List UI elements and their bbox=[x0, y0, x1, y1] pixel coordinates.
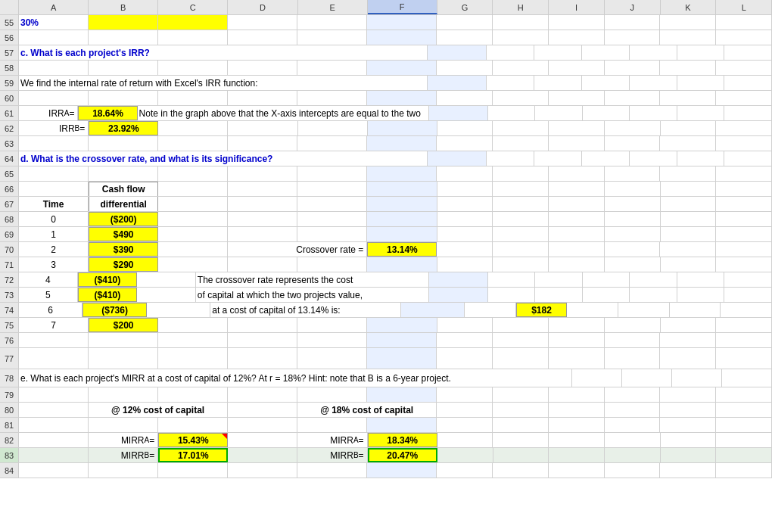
cell-74-k[interactable] bbox=[670, 303, 721, 317]
cell-84-d[interactable] bbox=[228, 463, 297, 478]
cell-75-c[interactable] bbox=[158, 318, 228, 332]
cell-63-l[interactable] bbox=[716, 136, 772, 151]
cell-58-a[interactable] bbox=[19, 61, 89, 75]
cell-80-b[interactable]: @ 12% cost of capital bbox=[89, 403, 228, 417]
cell-80-d[interactable] bbox=[228, 403, 297, 417]
cell-59-l[interactable] bbox=[724, 76, 772, 90]
cell-68-k[interactable] bbox=[661, 212, 717, 226]
cell-55-b[interactable] bbox=[89, 15, 158, 30]
cell-84-g[interactable] bbox=[437, 463, 493, 478]
cell-82-d[interactable] bbox=[228, 433, 297, 447]
cell-70-h[interactable] bbox=[493, 242, 549, 257]
cell-55-a[interactable]: 30% bbox=[19, 15, 89, 30]
cell-82-a[interactable] bbox=[19, 433, 89, 447]
cell-72-g[interactable] bbox=[488, 272, 536, 287]
cell-73-l[interactable] bbox=[724, 288, 772, 302]
cell-65-b[interactable] bbox=[89, 166, 158, 181]
cell-60-k[interactable] bbox=[660, 91, 716, 105]
cell-81-g[interactable] bbox=[437, 418, 493, 432]
cell-63-d[interactable] bbox=[228, 136, 297, 151]
cell-69-l[interactable] bbox=[716, 227, 772, 241]
cell-59-i[interactable] bbox=[582, 76, 630, 90]
cell-84-l[interactable] bbox=[716, 463, 772, 478]
cell-67-f[interactable] bbox=[367, 197, 437, 211]
col-header-i[interactable]: I bbox=[549, 0, 605, 14]
cell-62-f[interactable] bbox=[368, 121, 437, 135]
cell-55-k[interactable] bbox=[660, 15, 716, 30]
cell-74-i[interactable] bbox=[567, 303, 618, 317]
cell-77-j[interactable] bbox=[605, 348, 661, 369]
cell-58-e[interactable] bbox=[297, 61, 367, 75]
cell-63-j[interactable] bbox=[605, 136, 661, 151]
cell-58-f[interactable] bbox=[367, 61, 437, 75]
cell-70-k[interactable] bbox=[660, 242, 716, 257]
cell-61-i[interactable] bbox=[583, 106, 630, 120]
cell-76-l[interactable] bbox=[716, 333, 772, 347]
cell-83-j[interactable] bbox=[605, 448, 661, 462]
cell-68-g[interactable] bbox=[437, 212, 493, 226]
cell-82-f[interactable]: 18.34% bbox=[368, 433, 437, 447]
cell-57-k[interactable] bbox=[677, 45, 725, 60]
col-header-j[interactable]: J bbox=[605, 0, 661, 14]
col-header-k[interactable]: K bbox=[661, 0, 717, 14]
cell-80-j[interactable] bbox=[605, 403, 661, 417]
cell-69-a[interactable]: 1 bbox=[19, 227, 89, 241]
cell-81-e[interactable] bbox=[297, 418, 367, 432]
cell-56-e[interactable] bbox=[297, 30, 367, 45]
cell-71-j[interactable] bbox=[605, 257, 661, 272]
cell-71-d[interactable] bbox=[228, 257, 297, 272]
cell-68-i[interactable] bbox=[549, 212, 605, 226]
cell-55-j[interactable] bbox=[605, 15, 661, 30]
cell-78-l[interactable] bbox=[722, 369, 772, 387]
cell-61-h[interactable] bbox=[535, 106, 583, 120]
col-header-l[interactable]: L bbox=[716, 0, 772, 14]
cell-83-h[interactable] bbox=[493, 448, 549, 462]
cell-81-j[interactable] bbox=[605, 418, 661, 432]
cell-67-e[interactable] bbox=[297, 197, 367, 211]
cell-55-l[interactable] bbox=[716, 15, 772, 30]
cell-79-b[interactable] bbox=[89, 387, 158, 402]
col-header-g[interactable]: G bbox=[437, 0, 493, 14]
cell-66-j[interactable] bbox=[605, 182, 661, 196]
cell-69-k[interactable] bbox=[661, 227, 717, 241]
cell-79-l[interactable] bbox=[716, 387, 772, 402]
cell-84-j[interactable] bbox=[605, 463, 661, 478]
cell-66-c[interactable] bbox=[158, 182, 228, 196]
cell-84-i[interactable] bbox=[549, 463, 605, 478]
cell-63-c[interactable] bbox=[158, 136, 228, 151]
cell-83-g[interactable] bbox=[437, 448, 493, 462]
cell-63-a[interactable] bbox=[19, 136, 89, 151]
cell-72-i[interactable] bbox=[583, 272, 630, 287]
cell-66-e[interactable] bbox=[297, 182, 367, 196]
cell-58-c[interactable] bbox=[158, 61, 228, 75]
cell-72-h[interactable] bbox=[535, 272, 583, 287]
cell-81-d[interactable] bbox=[228, 418, 297, 432]
cell-68-e[interactable] bbox=[297, 212, 367, 226]
cell-80-h[interactable] bbox=[493, 403, 549, 417]
cell-84-c[interactable] bbox=[158, 463, 228, 478]
cell-71-f[interactable] bbox=[367, 257, 437, 272]
cell-66-a[interactable] bbox=[19, 182, 89, 196]
cell-76-i[interactable] bbox=[549, 333, 605, 347]
cell-56-d[interactable] bbox=[228, 30, 297, 45]
cell-65-j[interactable] bbox=[605, 166, 661, 181]
cell-57-j[interactable] bbox=[630, 45, 677, 60]
cell-84-k[interactable] bbox=[660, 463, 716, 478]
cell-70-g[interactable] bbox=[437, 242, 493, 257]
cell-56-g[interactable] bbox=[437, 30, 493, 45]
cell-62-e[interactable] bbox=[298, 121, 368, 135]
cell-75-b[interactable]: $200 bbox=[89, 318, 158, 332]
cell-67-l[interactable] bbox=[716, 197, 772, 211]
cell-59-k[interactable] bbox=[677, 76, 725, 90]
cell-57-g[interactable] bbox=[487, 45, 534, 60]
cell-69-i[interactable] bbox=[549, 227, 605, 241]
col-header-b[interactable]: B bbox=[89, 0, 158, 14]
cell-58-b[interactable] bbox=[89, 61, 158, 75]
cell-79-g[interactable] bbox=[437, 387, 493, 402]
cell-71-c[interactable] bbox=[158, 257, 228, 272]
cell-63-f[interactable] bbox=[367, 136, 437, 151]
cell-55-c[interactable] bbox=[158, 15, 228, 30]
cell-76-j[interactable] bbox=[605, 333, 661, 347]
cell-66-b[interactable]: Cash flow bbox=[89, 182, 158, 196]
cell-77-l[interactable] bbox=[716, 348, 772, 369]
